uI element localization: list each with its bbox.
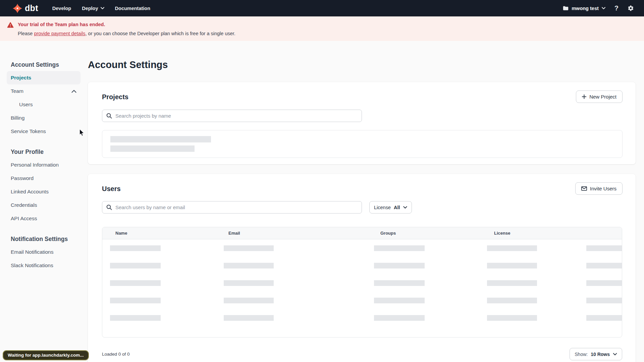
skeleton-bar <box>110 136 211 142</box>
column-header-email: Email <box>215 231 367 236</box>
navbar-right: mwong test ? <box>563 4 634 12</box>
sidebar-item-label: Team <box>11 88 23 95</box>
sidebar-item-label: Credentials <box>11 202 37 208</box>
skeleton-bar <box>110 298 161 303</box>
rows-per-page-dropdown[interactable]: Show: 10 Rows <box>570 348 622 360</box>
new-project-label: New Project <box>589 94 616 100</box>
menu-item-documentation[interactable]: Documentation <box>115 6 151 11</box>
provide-payment-details-link[interactable]: provide payment details <box>34 31 85 36</box>
sidebar-item-linked-accounts[interactable]: Linked Accounts <box>7 185 80 198</box>
menu-item-develop[interactable]: Develop <box>52 6 71 11</box>
table-row-loading <box>102 239 622 257</box>
skeleton-bar <box>374 298 425 303</box>
sidebar-group-your-profile: Your Profile Personal Information Passwo… <box>7 148 88 225</box>
sidebar-item-slack-notifications[interactable]: Slack Notifications <box>7 259 80 272</box>
projects-search <box>102 110 362 122</box>
skeleton-bar <box>374 245 425 251</box>
users-card-header: Users Invite Users <box>102 182 623 195</box>
sidebar-item-credentials[interactable]: Credentials <box>7 198 80 212</box>
skeleton-bar <box>110 245 161 251</box>
dbt-logo-icon <box>12 3 22 13</box>
gear-icon <box>628 5 634 11</box>
sidebar-group-account-settings: Account Settings Projects Team Users Bil… <box>7 61 88 138</box>
skeleton-bar <box>487 280 537 286</box>
sidebar-item-label: Users <box>19 101 33 108</box>
license-filter-value: All <box>394 205 400 210</box>
license-filter-dropdown[interactable]: License All <box>369 201 412 214</box>
help-icon: ? <box>614 4 619 12</box>
sidebar-heading-account-settings: Account Settings <box>11 61 88 68</box>
sidebar-item-team[interactable]: Team <box>7 84 80 98</box>
menu-label: Deploy <box>82 6 98 11</box>
skeleton-bar <box>586 280 622 286</box>
users-section-title: Users <box>102 185 121 193</box>
trial-warning-banner: Your trial of the Team plan has ended. P… <box>0 16 644 41</box>
projects-card: Projects New Project <box>88 82 636 164</box>
sidebar-item-label: Personal Information <box>11 162 59 168</box>
sidebar-item-service-tokens[interactable]: Service Tokens <box>7 125 80 138</box>
skeleton-bar <box>374 263 425 268</box>
skeleton-bar <box>224 263 274 268</box>
projects-loading-placeholder <box>102 130 623 158</box>
projects-card-header: Projects New Project <box>102 90 623 103</box>
skeleton-bar <box>586 245 622 251</box>
dbt-logo-text: dbt <box>25 3 38 13</box>
sidebar-item-api-access[interactable]: API Access <box>7 212 80 225</box>
invite-users-button[interactable]: Invite Users <box>575 182 623 195</box>
sidebar-heading-notification-settings: Notification Settings <box>11 235 88 243</box>
skeleton-bar <box>586 315 622 321</box>
sidebar-item-label: API Access <box>11 215 37 222</box>
column-header-groups: Groups <box>367 231 481 236</box>
new-project-button[interactable]: New Project <box>576 90 623 103</box>
menu-label: Documentation <box>115 6 151 11</box>
skeleton-bar <box>374 280 425 286</box>
settings-sidebar: Account Settings Projects Team Users Bil… <box>0 41 88 272</box>
warning-triangle-icon <box>7 22 14 28</box>
skeleton-bar <box>110 280 161 286</box>
users-table-header: Name Email Groups License <box>102 227 622 239</box>
skeleton-bar <box>224 315 274 321</box>
sidebar-item-label: Email Notifications <box>11 249 54 255</box>
sidebar-item-projects[interactable]: Projects <box>7 71 80 84</box>
banner-body-prefix: Please <box>18 31 34 36</box>
menu-label: Develop <box>52 6 71 11</box>
skeleton-bar <box>487 245 537 251</box>
main-content: Account Settings Projects New Project <box>88 41 644 362</box>
sidebar-item-email-notifications[interactable]: Email Notifications <box>7 245 80 259</box>
banner-title: Your trial of the Team plan has ended. <box>18 22 235 27</box>
sidebar-item-users[interactable]: Users <box>7 98 80 111</box>
settings-button[interactable] <box>628 5 634 11</box>
skeleton-bar <box>586 298 622 303</box>
users-search-input[interactable] <box>102 201 362 214</box>
chevron-down-icon <box>602 7 605 9</box>
banner-text: Your trial of the Team plan has ended. P… <box>18 21 235 41</box>
skeleton-bar <box>487 263 537 268</box>
users-search <box>102 201 362 214</box>
license-filter-label: License <box>374 205 391 210</box>
skeleton-bar <box>487 315 537 321</box>
menu-item-deploy[interactable]: Deploy <box>82 6 104 11</box>
users-table-footer: Loaded 0 of 0 Show: 10 Rows <box>102 348 622 360</box>
chevron-up-icon <box>71 90 76 93</box>
skeleton-bar <box>374 315 425 321</box>
sidebar-item-personal-information[interactable]: Personal Information <box>7 158 80 172</box>
projects-section-title: Projects <box>102 93 128 101</box>
skeleton-bar <box>110 263 161 268</box>
projects-search-input[interactable] <box>102 110 362 122</box>
sidebar-item-label: Linked Accounts <box>11 188 49 195</box>
users-table: Name Email Groups License <box>102 227 622 338</box>
sidebar-item-billing[interactable]: Billing <box>7 111 80 125</box>
dbt-logo[interactable]: dbt <box>12 3 38 13</box>
envelope-icon <box>581 186 587 191</box>
column-header-license: License <box>481 231 573 236</box>
skeleton-bar <box>586 263 622 268</box>
browser-status-bubble: Waiting for app.launchdarkly.com... <box>3 350 89 360</box>
sidebar-item-password[interactable]: Password <box>7 172 80 185</box>
column-header-name: Name <box>102 231 215 236</box>
sidebar-heading-your-profile: Your Profile <box>11 148 88 156</box>
chevron-down-icon <box>101 7 104 9</box>
help-button[interactable]: ? <box>614 4 619 12</box>
skeleton-bar <box>224 245 274 251</box>
chevron-down-icon <box>403 206 407 209</box>
account-switcher[interactable]: mwong test <box>563 6 605 11</box>
